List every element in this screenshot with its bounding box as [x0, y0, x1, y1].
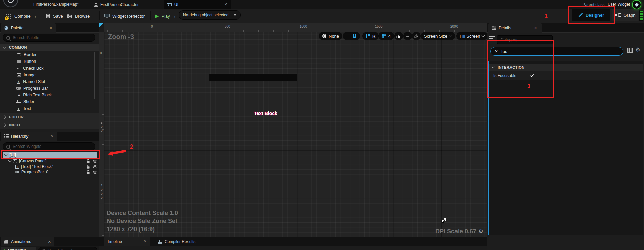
chevron-down-icon[interactable]	[8, 159, 12, 162]
palette-item-slider[interactable]: Slider	[16, 98, 93, 105]
close-icon[interactable]: ✕	[224, 3, 227, 6]
animations-search-input[interactable]	[48, 248, 94, 250]
palette-item-button[interactable]: Button	[17, 58, 94, 65]
visibility-eye-icon[interactable]	[93, 165, 97, 168]
select-mode-button[interactable]	[394, 32, 403, 40]
timeline-tab[interactable]: Timeline ✕	[104, 237, 150, 246]
screen-size-dropdown[interactable]: Screen Size	[421, 32, 455, 40]
unreal-logo[interactable]	[3, 0, 19, 8]
device-content-scale-text: Device Content Scale 1.0	[107, 210, 178, 217]
close-icon[interactable]: ✕	[534, 26, 537, 30]
design-area-outline[interactable]	[153, 54, 443, 219]
visibility-eye-icon[interactable]	[93, 171, 97, 174]
flip-preview-button[interactable]	[412, 32, 421, 40]
palette-section-common[interactable]: COMMON	[0, 44, 99, 51]
palette-item-label: Named Slot	[23, 79, 45, 84]
palette-item-rich-text-block[interactable]: ◆ Rich Text Block	[18, 92, 95, 98]
palette-item-check-box[interactable]: Check Box	[17, 65, 94, 72]
resolution-text: 1280 x 720 (16:9)	[107, 226, 155, 233]
section-label: COMMON	[9, 45, 27, 49]
ruler-label: 0	[100, 51, 102, 55]
palette-search-input[interactable]	[13, 35, 92, 40]
progress-bar-icon	[16, 87, 21, 90]
palette-item-text[interactable]: T Text	[17, 105, 94, 112]
palette-item-named-slot[interactable]: ✳ Named Slot	[17, 78, 94, 85]
revision-control-badge[interactable]	[632, 0, 641, 9]
tab-first-person-example-map[interactable]: FirstPersonExampleMap*	[23, 0, 89, 9]
annotation-number-1: 1	[545, 13, 548, 19]
grid-snap-dropdown[interactable]: 4	[378, 32, 394, 40]
close-icon[interactable]: ✕	[51, 135, 54, 138]
toolbar-divider	[99, 11, 100, 20]
dpi-settings-gear-icon[interactable]: ⚙	[478, 228, 483, 235]
umg-widget-editor-window: FirstPersonExampleMap* FirstPersonCharac…	[0, 0, 644, 250]
play-button[interactable]: ▶ Play ⋮	[155, 11, 177, 21]
save-label: Save	[53, 14, 63, 19]
tab-first-person-character[interactable]: FirstPersonCharacter	[94, 0, 154, 9]
resize-cursor-icon	[441, 217, 447, 224]
text-block-widget[interactable]: Text Block	[254, 111, 277, 116]
compiler-results-label: Compiler Results	[165, 239, 195, 244]
hierarchy-search[interactable]	[3, 142, 95, 151]
section-label: EDITOR	[9, 115, 24, 119]
palette-item-label: Rich Text Block	[23, 93, 52, 97]
widget-reflector-button[interactable]: Widget Reflector	[104, 11, 145, 21]
details-tab-label: Details	[499, 26, 511, 30]
browse-label: Browse	[75, 14, 90, 19]
lock-icon[interactable]	[87, 161, 89, 163]
close-icon[interactable]: ✕	[144, 240, 147, 243]
lock-icon[interactable]	[87, 172, 89, 174]
palette-item-border[interactable]: Border	[17, 51, 94, 58]
palette-scrollbar[interactable]	[94, 52, 95, 99]
background-image-button[interactable]	[403, 32, 412, 40]
preview-none-dropdown[interactable]: None	[319, 32, 342, 40]
tree-row-text-block[interactable]: T [Text] "Text Block"	[3, 164, 97, 169]
palette-section-input[interactable]: INPUT	[0, 121, 99, 129]
section-label: INPUT	[9, 123, 21, 127]
compile-options-icon[interactable]: ⋮	[33, 14, 38, 19]
timeline-tab-label: Timeline	[107, 239, 122, 244]
visibility-eye-icon[interactable]	[93, 160, 97, 163]
column-splitter[interactable]	[620, 71, 620, 80]
graph-mode-button[interactable]: Graph	[612, 9, 639, 21]
search-icon	[6, 36, 10, 40]
annotation-number-2: 2	[130, 144, 133, 150]
details-settings-gear-icon[interactable]: ⚙	[635, 46, 640, 53]
fill-screen-dropdown[interactable]: Fill Screen	[456, 32, 488, 40]
button-icon	[17, 60, 21, 63]
tree-row-progress-bar[interactable]: ProgressBar_0	[3, 169, 97, 175]
palette-item-progress-bar[interactable]: Progress Bar	[16, 85, 93, 92]
tree-row-canvas-panel[interactable]: [Canvas Panel]	[3, 158, 97, 164]
property-matrix-icon[interactable]	[627, 48, 633, 53]
debug-object-dropdown[interactable]: No debug object selected	[179, 10, 241, 20]
hierarchy-search-input[interactable]	[13, 144, 92, 149]
compile-label: Compile	[14, 14, 31, 19]
horizontal-ruler: 0 500 1000 1500 2000	[104, 23, 487, 32]
bottom-center-content	[99, 246, 487, 250]
browse-icon	[67, 14, 73, 18]
compile-button[interactable]: ? Compile ⋮	[6, 11, 38, 21]
animations-tab[interactable]: Animations ✕	[1, 237, 54, 246]
asset-diamond-icon	[635, 3, 639, 7]
palette-search[interactable]	[3, 34, 95, 42]
palette-section-editor[interactable]: EDITOR	[0, 113, 99, 121]
palette-item-image[interactable]: Image	[17, 72, 94, 78]
animations-search[interactable]	[38, 247, 97, 250]
fill-screen-label: Fill Screen	[460, 34, 480, 39]
selection-lock-toggle[interactable]	[343, 32, 360, 40]
progress-bar-widget[interactable]	[209, 74, 297, 81]
browse-button[interactable]: Browse	[67, 11, 90, 21]
compiler-results-tab[interactable]: Compiler Results	[155, 237, 205, 246]
close-icon[interactable]: ✕	[48, 240, 51, 244]
respect-locks-toggle[interactable]: R	[362, 32, 379, 40]
add-animation-button[interactable]: + ANIMATION	[1, 247, 36, 250]
play-options-icon[interactable]: ⋮	[173, 14, 177, 19]
save-button[interactable]: Save	[46, 11, 63, 21]
hierarchy-tab[interactable]: Hierarchy ✕	[1, 132, 57, 141]
image-icon	[17, 73, 21, 77]
tab-ui-active[interactable]: UI ✕	[164, 0, 231, 9]
widget-reflector-label: Widget Reflector	[112, 14, 145, 19]
lock-icon[interactable]	[87, 166, 89, 168]
palette-tab[interactable]: Palette ✕	[1, 23, 56, 33]
close-icon[interactable]: ✕	[49, 26, 52, 30]
